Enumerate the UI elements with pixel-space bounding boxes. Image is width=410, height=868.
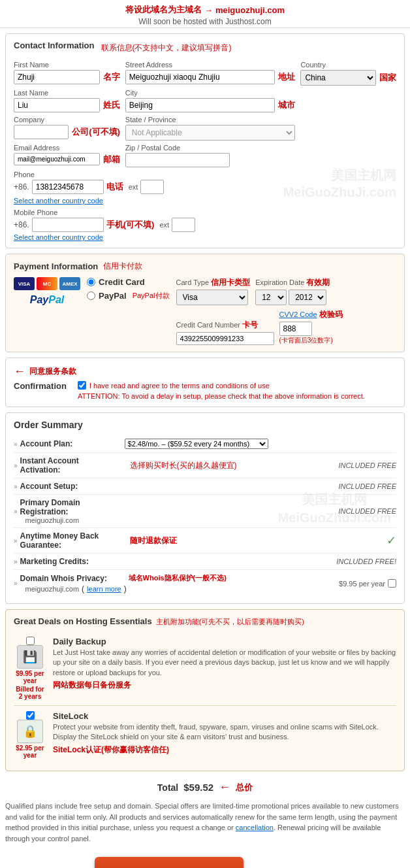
backup-price: $9.95 per year xyxy=(14,670,46,684)
backup-cn: 网站数据每日备份服务 xyxy=(53,680,396,691)
zip-input[interactable] xyxy=(125,153,230,167)
last-name-cn: 姓氏 xyxy=(103,99,120,111)
card-logos: VISA MC AMEX xyxy=(14,277,80,290)
confirmation-arrow: ← xyxy=(14,365,25,378)
header-arrow: → xyxy=(204,5,213,15)
whois-learn-link[interactable]: learn more xyxy=(87,585,121,593)
card-type-select[interactable]: Visa MasterCard AmEx xyxy=(176,290,248,305)
email-cn: 邮箱 xyxy=(103,154,120,165)
whois-domain: meiguozhuji.com xyxy=(25,585,80,593)
country-select[interactable]: China xyxy=(300,70,376,86)
contact-title: Contact Information xyxy=(14,41,95,50)
backup-icon: 💾 xyxy=(17,645,43,669)
phone-input[interactable] xyxy=(32,180,104,194)
country-label: Country xyxy=(300,61,396,69)
city-group: City 城市 xyxy=(125,89,296,112)
total-arrow: ← xyxy=(219,780,230,794)
mobile-prefix: +86. xyxy=(14,220,29,229)
order-title: Order Summary xyxy=(14,420,396,430)
card-number-label: Credit Card Number 卡号 xyxy=(176,320,274,331)
payment-panel: Payment Information 信用卡付款 VISA MC AMEX P… xyxy=(5,254,405,352)
expiry-label: Expiration Date 有效期 xyxy=(255,277,330,288)
sitelock-icon-area: 🔒 $2.95 per year xyxy=(14,711,46,759)
cvv-input[interactable] xyxy=(279,322,312,336)
paypal-logo: PayPal xyxy=(30,294,64,306)
expiry-year-select[interactable]: 2012 xyxy=(289,290,326,305)
account-plan-select[interactable]: $2.48/mo. – ($59.52 every 24 months) xyxy=(125,439,268,449)
card-number-input[interactable] xyxy=(176,332,274,345)
backup-billed: Billed for 2 years xyxy=(14,686,46,700)
complete-button[interactable]: Complete xyxy=(95,857,244,868)
sitelock-price: $2.95 per year xyxy=(14,744,46,759)
mobile-cn: 手机(可不填) xyxy=(106,219,155,231)
whois-checkbox[interactable] xyxy=(388,579,396,588)
confirmation-title: Confirmation xyxy=(14,381,72,391)
cvv-field: CVV2 Code 校验码 (卡背面后3位数字) xyxy=(279,309,343,345)
terms-text: I have read and agree to the terms and c… xyxy=(89,382,270,390)
phone-group: Phone +86. 电话 ext xyxy=(14,171,164,194)
backup-content: Daily Backup Let Just Host take away any… xyxy=(53,637,396,700)
total-label: Total xyxy=(157,782,178,793)
domain-name: meiguozhuji.com xyxy=(25,516,125,524)
sitelock-icon: 🔒 xyxy=(17,720,43,743)
phone-ext-label: ext xyxy=(129,183,138,191)
confirmation-panel: ← 同意服务条款 Confirmation I have read and ag… xyxy=(5,358,405,407)
mobile-ext-input[interactable] xyxy=(172,218,195,232)
last-name-input[interactable] xyxy=(14,98,100,112)
mobile-ext-label: ext xyxy=(159,221,169,229)
total-amount: $59.52 xyxy=(183,782,213,793)
expiry-month-select[interactable]: 12 xyxy=(255,290,287,305)
confirmation-row: Confirmation I have read and agree to th… xyxy=(14,381,396,400)
state-select[interactable]: Not Applicable xyxy=(125,125,296,141)
order-whois-row: » Domain Whois Privacy: 域名Whois隐私保护(一般不选… xyxy=(14,570,396,597)
paypal-radio[interactable] xyxy=(87,292,95,300)
backup-name: Daily Backup xyxy=(53,637,396,646)
payment-row-1: Card Type 信用卡类型 Visa MasterCard AmEx Exp… xyxy=(176,277,396,305)
complete-section: Complete ← 点此付款 xyxy=(0,849,410,868)
mc-logo: MC xyxy=(37,277,57,290)
order-activation-row: » Instant AccountActivation: 选择购买时长(买的越久… xyxy=(14,453,396,478)
watermark: 美国主机网MeiGuoZhuJi.com xyxy=(283,167,396,201)
email-input[interactable] xyxy=(14,153,100,165)
street-group: Street Address 地址 xyxy=(125,61,296,86)
domain-value: INCLUDED FREE xyxy=(338,507,396,515)
sitelock-content: SiteLock Protect your website from ident… xyxy=(53,711,396,759)
header-label: 将设此域名为主域名 xyxy=(125,4,202,16)
marketing-value: INCLUDED FREE! xyxy=(336,558,396,565)
backup-checkbox[interactable] xyxy=(26,637,35,645)
company-input[interactable] xyxy=(14,125,69,139)
mobile-group: Mobile Phone +86. 手机(可不填) ext xyxy=(14,209,396,232)
first-name-input[interactable] xyxy=(14,70,100,84)
street-input[interactable] xyxy=(125,70,276,84)
total-row: Total $59.52 ← 总价 xyxy=(0,776,410,798)
card-number-field: Credit Card Number 卡号 xyxy=(176,320,274,345)
terms-checkbox[interactable] xyxy=(78,381,86,390)
payment-title-cn: 信用卡付款 xyxy=(103,261,142,272)
mobile-label: Mobile Phone xyxy=(14,209,396,216)
company-group: Company 公司(可不填) xyxy=(14,116,120,141)
activation-value: INCLUDED FREE xyxy=(338,461,396,469)
city-input[interactable] xyxy=(125,98,276,112)
last-name-group: Last Name 姓氏 xyxy=(14,89,120,112)
country-group: Country China 国家 xyxy=(300,61,396,86)
header-subtitle: Will soon be hosted with Justhost.com xyxy=(0,17,410,26)
cvv-label: CVV2 Code 校验码 xyxy=(279,309,343,320)
payment-logos: VISA MC AMEX PayPal xyxy=(14,277,80,306)
paypal-label: PayPal xyxy=(99,291,127,301)
activation-label: Instant AccountActivation: xyxy=(20,456,125,475)
credit-card-option: Credit Card xyxy=(87,277,170,287)
whois-label: Domain Whois Privacy: xyxy=(20,574,125,583)
phone-country-link[interactable]: Select another country code xyxy=(14,197,396,205)
card-type-field: Card Type 信用卡类型 Visa MasterCard AmEx xyxy=(176,277,251,305)
last-name-label: Last Name xyxy=(14,89,120,97)
mobile-country-link[interactable]: Select another country code xyxy=(14,233,396,241)
phone-ext-input[interactable] xyxy=(140,180,164,194)
order-setup-row: » Account Setup: INCLUDED FREE xyxy=(14,478,396,495)
credit-card-radio[interactable] xyxy=(87,278,95,286)
phone-prefix: +86. xyxy=(14,182,29,192)
cancellation-link[interactable]: cancellation xyxy=(236,824,274,831)
backup-desc: Let Just Host take away any worries of a… xyxy=(53,648,396,678)
sitelock-checkbox[interactable] xyxy=(26,711,35,720)
deals-panel: Great Deals on Hosting Essentials 主机附加功能… xyxy=(5,609,405,771)
mobile-input[interactable] xyxy=(32,218,104,232)
